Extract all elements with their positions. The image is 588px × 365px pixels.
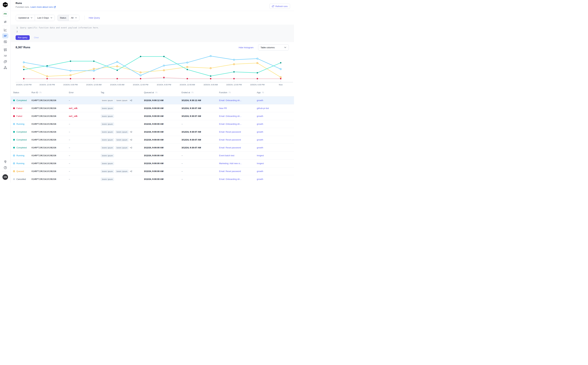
ended-at-cell: – <box>182 123 219 125</box>
function-link[interactable]: Email: Onboarding dri... <box>219 115 241 117</box>
error-value: – <box>69 154 70 157</box>
running-data-point <box>257 58 258 59</box>
queued-data-point <box>46 76 48 77</box>
time-range-dropdown[interactable]: Last 3 Days <box>35 15 55 21</box>
function-link[interactable]: Event batch test <box>219 154 234 157</box>
app-link[interactable]: Inngest <box>257 154 264 157</box>
query-line[interactable]: 2 <box>16 30 294 34</box>
terminal-logs-icon[interactable] <box>2 53 8 59</box>
extra-tags-count: +2 <box>130 131 132 133</box>
app-link[interactable]: growth <box>257 131 263 133</box>
learn-more-label: Learn more about runs <box>30 6 53 8</box>
help-icon[interactable] <box>2 165 8 170</box>
table-row[interactable]: Failed01HRPT19RJSA1019B2GNnot_sdklorem: … <box>11 104 294 112</box>
table-row[interactable]: Running01HRPT19RJSA1019B2GN–lorem: ipsum… <box>11 120 294 128</box>
error-cell: – <box>69 170 101 173</box>
table-columns-dropdown[interactable]: Table columns <box>258 44 289 50</box>
app-link[interactable]: github-pr-bot <box>257 107 269 109</box>
page-subtitle: Function runs. Learn more about runs <box>16 6 56 8</box>
app-link[interactable]: growth <box>257 139 263 141</box>
running-series-line <box>24 56 281 75</box>
error-value: – <box>69 131 70 133</box>
table-row[interactable]: Running01HRPT19RJSA1019B2GN–lorem: ipsum… <box>11 152 294 160</box>
query-line[interactable]: 1 Query specific function data and event… <box>16 26 294 30</box>
completed-data-point <box>116 70 118 71</box>
metrics-chart-icon[interactable] <box>2 27 8 33</box>
app-link[interactable]: growth <box>257 123 263 125</box>
completed-data-point <box>187 69 188 70</box>
app-link[interactable]: growth <box>257 178 263 180</box>
column-header-function[interactable]: Function <box>219 91 257 94</box>
status-dot-icon <box>13 99 15 101</box>
learn-more-link[interactable]: Learn more about runs <box>30 6 56 8</box>
table-row[interactable]: Running01HRPT19RJSA1019B2GN–lorem: ipsum… <box>11 160 294 167</box>
run-id-cell: 01HRPT19RJSA1019B2GN <box>32 178 69 180</box>
function-link[interactable]: Email: Reset password <box>219 170 241 173</box>
hide-histogram-link[interactable]: Hide histogram <box>239 46 253 49</box>
table-row[interactable]: Cancelled01HRPT19RJSA1019B2GN–lorem: ips… <box>11 175 294 182</box>
app-link[interactable]: growth <box>257 115 263 117</box>
column-header-queued-at[interactable]: Queued at <box>144 91 182 94</box>
column-header-label: Run ID <box>32 91 38 94</box>
ended-at-cell: – <box>182 170 219 173</box>
column-header-status: Status <box>13 91 32 94</box>
function-link[interactable]: Marketing: Add new si... <box>219 162 242 165</box>
function-link[interactable]: Email: Onboarding dri... <box>219 178 241 180</box>
function-link[interactable]: Email: Reset password <box>219 139 241 141</box>
status-filter-dropdown[interactable]: All <box>68 15 79 21</box>
functions-windows-icon[interactable] <box>2 59 8 64</box>
column-header-app[interactable]: App <box>257 91 294 94</box>
column-header-label: Status <box>13 91 19 94</box>
sort-icon <box>229 91 231 94</box>
column-header-error: Error <box>69 91 101 94</box>
status-dot-icon <box>13 139 15 141</box>
runs-list-icon[interactable] <box>2 33 8 38</box>
apps-icon[interactable] <box>2 47 8 53</box>
sidebar-divider <box>2 171 8 172</box>
column-header-run-id[interactable]: Run ID <box>32 91 69 94</box>
table-row[interactable]: Queued01HRPT19RJSA1019B2GN–lorem: ipsuml… <box>11 167 294 175</box>
function-link[interactable]: New PR <box>219 107 227 109</box>
refresh-runs-button[interactable]: Refresh runs <box>269 4 290 9</box>
inngest-logo-icon[interactable] <box>3 2 8 7</box>
user-avatar[interactable]: CN <box>2 174 8 180</box>
queued-data-point <box>280 77 281 78</box>
app-link[interactable]: growth <box>257 146 263 149</box>
event-search-icon[interactable] <box>2 39 8 45</box>
table-row[interactable]: Failed01HRPT19RJSA1019B2GNnot_sdklorem: … <box>11 112 294 120</box>
failed-data-point <box>23 78 24 79</box>
hide-query-link[interactable]: Hide Query <box>89 17 100 19</box>
app-link[interactable]: growth <box>257 99 263 102</box>
completed-data-point <box>233 71 235 72</box>
table-row[interactable]: Completed01HRPT19RJSA1019B2GN–lorem: ips… <box>11 128 294 136</box>
function-link[interactable]: Email: Reset password <box>219 146 241 149</box>
plug-icon[interactable] <box>2 159 8 165</box>
function-link[interactable]: Email: Onboarding dri... <box>219 99 241 102</box>
filter-divider <box>84 16 84 20</box>
clear-query-button[interactable]: Clear <box>34 36 39 39</box>
table-row[interactable]: Completed01HRPT19RJSA1019B2GN–lorem: ips… <box>11 144 294 152</box>
error-cell: – <box>69 162 101 165</box>
status-dot-icon <box>13 162 15 164</box>
app-link[interactable]: growth <box>257 170 263 173</box>
table-row[interactable]: Completed01HRPT19RJSA1019B2GN–lorem: ips… <box>11 97 294 104</box>
status-cell: Running <box>13 162 32 165</box>
function-link[interactable]: Email: Onboarding dri... <box>219 123 241 125</box>
column-header-label: Error <box>69 91 74 94</box>
chevron-down-icon <box>75 17 77 18</box>
run-query-button[interactable]: Run query <box>16 35 30 40</box>
status-cell: Completed <box>13 146 32 149</box>
sliders-icon[interactable] <box>2 19 8 25</box>
status-cell: Completed <box>13 139 32 141</box>
extra-tags-count: +2 <box>130 147 132 149</box>
webhook-icon[interactable] <box>2 64 8 70</box>
error-cell: – <box>69 99 101 102</box>
workspace-badge[interactable]: PR <box>3 11 8 17</box>
function-link[interactable]: Email: Reset password <box>219 131 241 133</box>
table-row[interactable]: Completed01HRPT19RJSA1019B2GN–lorem: ips… <box>11 136 294 144</box>
line-number: 1 <box>16 26 18 30</box>
failed-data-point <box>163 77 165 78</box>
column-header-ended-at[interactable]: Ended at <box>182 91 219 94</box>
app-link[interactable]: Inngest <box>257 162 264 165</box>
sort-field-dropdown[interactable]: Updated at <box>16 15 35 21</box>
